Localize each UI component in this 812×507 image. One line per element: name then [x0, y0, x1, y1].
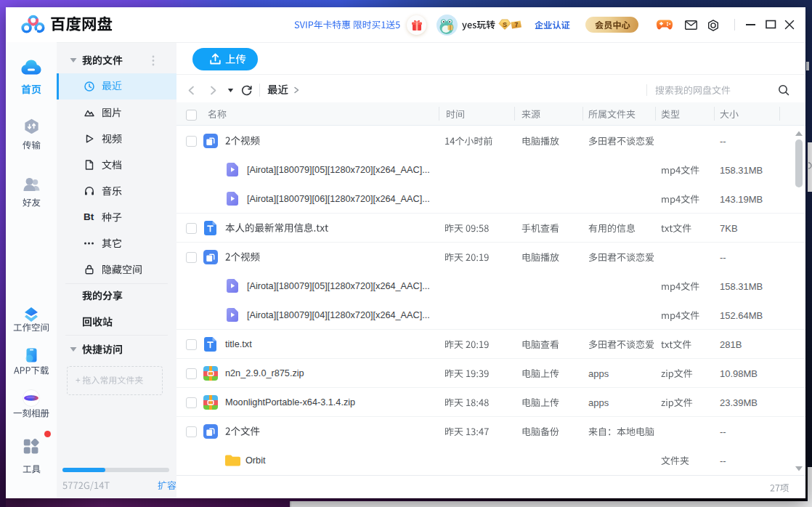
svg-text:S: S — [503, 21, 507, 28]
svg-text:7: 7 — [514, 21, 519, 28]
